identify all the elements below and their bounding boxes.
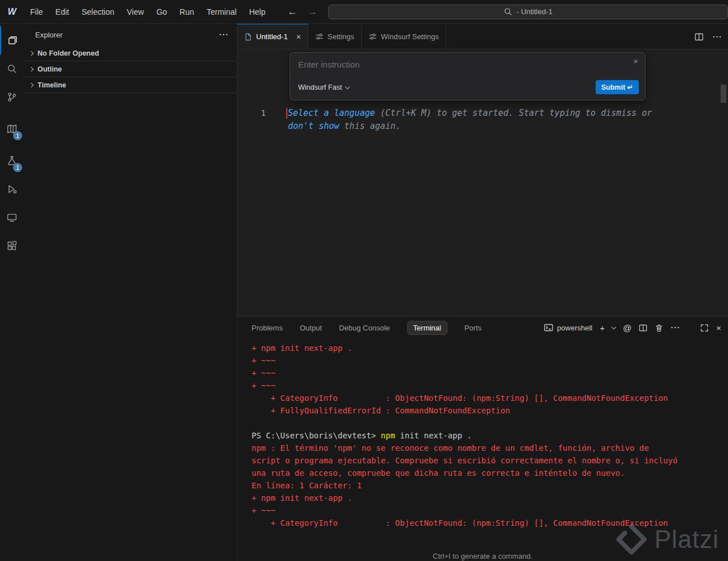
- tab-label: Windsurf Settings: [381, 32, 439, 41]
- tab-label: Untitled-1: [256, 32, 288, 41]
- window-title: - Untitled-1: [516, 7, 553, 16]
- terminal-line: npm : El término 'npm' no se reconoce co…: [252, 442, 719, 454]
- forward-arrow-icon[interactable]: →: [307, 6, 317, 18]
- editor-scrollbar-thumb[interactable]: [721, 85, 726, 103]
- panel-actions: powershell + @ ··· ×: [544, 323, 728, 333]
- menu-help[interactable]: Help: [243, 7, 272, 16]
- section-label: No Folder Opened: [37, 49, 99, 57]
- title-bar: W FileEditSelectionViewGoRunTerminalHelp…: [0, 0, 728, 24]
- activity-remote-explorer[interactable]: [0, 203, 24, 232]
- editor-pane[interactable]: 1 Select a language (Ctrl+K M) to get st…: [237, 49, 728, 316]
- section-outline[interactable]: Outline: [24, 61, 237, 77]
- terminal-line: script o programa ejecutable. Compruebe …: [252, 454, 719, 467]
- panel-tab-output[interactable]: Output: [300, 324, 322, 332]
- back-arrow-icon[interactable]: ←: [287, 6, 297, 18]
- menu-edit[interactable]: Edit: [49, 7, 76, 16]
- search-icon: [7, 64, 17, 74]
- chevron-right-icon: [29, 66, 34, 71]
- activity-explorer[interactable]: [0, 26, 24, 55]
- close-panel-icon[interactable]: ×: [716, 323, 721, 333]
- activity-testing[interactable]: 1: [0, 146, 24, 175]
- terminal-dropdown-icon[interactable]: [612, 325, 616, 329]
- badge-count: 1: [13, 131, 22, 140]
- close-tab-icon[interactable]: ×: [296, 32, 301, 41]
- split-editor-icon[interactable]: [694, 32, 704, 41]
- terminal-instance[interactable]: powershell: [544, 323, 592, 332]
- activity-search[interactable]: [0, 55, 24, 83]
- git-branch-icon: [7, 92, 17, 102]
- command-center-search[interactable]: - Untitled-1: [328, 5, 728, 19]
- sidebar-title: Explorer: [35, 31, 62, 39]
- editor-more-actions-icon[interactable]: ···: [713, 32, 722, 41]
- tab-label: Settings: [328, 32, 354, 41]
- tab-settings[interactable]: Settings: [308, 24, 362, 49]
- text-cursor: [286, 108, 287, 119]
- tab-windsurf-settings[interactable]: Windsurf Settings: [362, 24, 446, 49]
- terminal-output[interactable]: + npm init next-app .+ ~~~+ ~~~+ ~~~ + C…: [252, 342, 719, 529]
- model-name: Windsurf Fast: [298, 83, 342, 91]
- split-terminal-icon[interactable]: [639, 324, 647, 332]
- activity-bar: 1 1: [0, 24, 24, 561]
- monitor-icon: [7, 212, 17, 223]
- panel-tab-debug-console[interactable]: Debug Console: [339, 324, 390, 332]
- model-selector[interactable]: Windsurf Fast: [298, 83, 349, 91]
- close-icon[interactable]: ×: [633, 56, 638, 66]
- watermark-text: Platzi: [654, 525, 719, 554]
- terminal-line: + FullyQualifiedErrorId : CommandNotFoun…: [252, 404, 719, 417]
- chevron-down-icon: [345, 84, 350, 89]
- menu-file[interactable]: File: [24, 7, 49, 16]
- section-label: Timeline: [37, 81, 66, 89]
- panel-tab-terminal[interactable]: Terminal: [407, 321, 447, 335]
- menu-view[interactable]: View: [120, 7, 150, 16]
- editor-group: Untitled-1 × Settings Windsurf Settings …: [237, 24, 728, 561]
- at-mention-icon[interactable]: @: [623, 323, 631, 333]
- sliders-icon: [315, 32, 324, 41]
- terminal-line: una ruta de acceso, compruebe que dicha …: [252, 467, 719, 479]
- powershell-terminal-icon: [544, 323, 553, 332]
- platzi-logo-icon: [616, 524, 647, 555]
- terminal-line: PS C:\Users\boris\devtest> npm init next…: [252, 429, 719, 442]
- section-no-folder-opened[interactable]: No Folder Opened: [24, 45, 237, 61]
- terminal-line: + CategoryInfo : ObjectNotFound: (npm:St…: [252, 392, 719, 404]
- section-timeline[interactable]: Timeline: [24, 77, 237, 93]
- tab-untitled-1[interactable]: Untitled-1 ×: [237, 24, 308, 49]
- submit-button[interactable]: Submit ↵: [596, 80, 639, 94]
- editor-message-link[interactable]: don't show: [288, 121, 339, 131]
- activity-map-extension[interactable]: 1: [0, 115, 24, 143]
- editor-message-line: don't show this again.: [288, 120, 717, 133]
- instruction-input[interactable]: [298, 60, 622, 69]
- editor-message-link[interactable]: Select a language: [288, 108, 375, 118]
- section-label: Outline: [37, 65, 62, 73]
- sidebar-more-actions-icon[interactable]: ···: [219, 30, 229, 39]
- panel-tab-ports[interactable]: Ports: [465, 324, 482, 332]
- sliders-icon: [369, 32, 377, 41]
- terminal-line: + ~~~: [252, 354, 719, 367]
- editor-message-line: Select a language (Ctrl+K M) to get star…: [288, 107, 717, 120]
- terminal-line: + npm init next-app .: [252, 492, 719, 504]
- terminal-line: [252, 417, 719, 429]
- editor-placeholder-message: Select a language (Ctrl+K M) to get star…: [288, 107, 717, 133]
- menu-terminal[interactable]: Terminal: [200, 7, 243, 16]
- menu-go[interactable]: Go: [150, 7, 173, 16]
- panel-more-actions-icon[interactable]: ···: [671, 323, 680, 332]
- badge-count: 1: [13, 163, 22, 172]
- maximize-panel-icon[interactable]: [700, 324, 709, 332]
- watermark: Platzi: [616, 524, 719, 555]
- app-logo-icon: W: [5, 7, 19, 17]
- menu-bar: FileEditSelectionViewGoRunTerminalHelp: [24, 7, 271, 16]
- menu-selection[interactable]: Selection: [76, 7, 121, 16]
- terminal-line: + npm init next-app .: [252, 342, 719, 354]
- editor-message-text: this again.: [339, 121, 400, 131]
- inline-ai-instruction-widget: × Windsurf Fast Submit ↵: [290, 52, 646, 101]
- terminal-line: + ~~~: [252, 367, 719, 379]
- activity-run-debug[interactable]: [0, 175, 24, 203]
- panel-tab-problems[interactable]: Problems: [252, 324, 283, 332]
- extensions-icon: [7, 241, 17, 251]
- menu-run[interactable]: Run: [173, 7, 200, 16]
- activity-source-control[interactable]: [0, 83, 24, 111]
- shell-label: powershell: [557, 324, 592, 332]
- search-icon: [504, 7, 512, 16]
- new-terminal-icon[interactable]: +: [600, 323, 605, 333]
- activity-extensions[interactable]: [0, 232, 24, 260]
- trash-icon[interactable]: [655, 324, 663, 332]
